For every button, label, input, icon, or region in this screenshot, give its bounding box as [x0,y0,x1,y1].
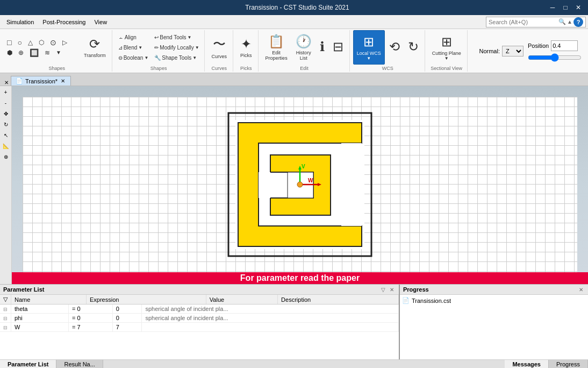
curves-button[interactable]: 〜 Curves [208,30,231,65]
shape-btn-more[interactable]: ▼ [53,48,64,58]
help-button[interactable]: ? [573,17,583,27]
picks-icon: ✦ [241,37,252,52]
param-val-3[interactable]: 7 [112,323,142,332]
title-bar: Transission - CST Studio Suite 2021 ─ □ … [0,0,588,15]
align-icon: ⫠ [118,34,124,40]
svg-text:W: W [308,178,313,183]
wcs-arrow: ▼ [367,56,371,61]
param-scroll[interactable]: ⊟ theta = 0 0 spherical angle of inciden… [0,305,399,348]
transform-label: Transform [84,53,106,58]
edit-properties-button[interactable]: 📋 EditProperties [262,30,291,65]
progress-title: Progress [403,286,429,293]
col-expression: Expression [86,295,206,305]
align-button[interactable]: ⫠ Align [116,32,152,42]
edit-info-button[interactable]: ℹ [316,30,328,65]
param-expr-1[interactable]: = 0 [69,305,113,314]
shape-btn-10[interactable]: ≋ [42,48,53,58]
close-button[interactable]: ✕ [573,2,584,13]
param-filter-btn[interactable]: ▽ [379,286,387,293]
menu-simulation[interactable]: Simulation [2,15,38,29]
wcs-btn-3[interactable]: ↻ [404,30,422,65]
shape-btn-9[interactable]: 🔲 [27,48,41,58]
search-input[interactable] [489,19,558,25]
normal-select[interactable]: Z X Y [502,46,524,56]
toolbar-snap[interactable]: ⊕ [1,152,11,161]
menu-post-processing[interactable]: Post-Processing [38,15,90,29]
col-value: Value [206,295,277,305]
toolbar-select[interactable]: ↖ [1,130,11,140]
shape-btn-8[interactable]: ⊕ [16,48,26,58]
bottom-tab-result-na[interactable]: Result Na... [56,360,103,368]
cutting-plane-button[interactable]: ⊞ Cutting Plane ▼ [428,30,465,65]
blend-button[interactable]: ⊿ Blend ▼ [116,43,152,52]
param-expr-3[interactable]: = 7 [69,323,113,332]
svg-rect-9 [341,143,362,226]
toolbar-measure[interactable]: 📐 [1,141,11,151]
progress-close-btn[interactable]: ✕ [577,286,585,293]
left-toolbar: + - ✥ ↻ ↖ 📐 ⊕ [0,86,12,284]
search-bar[interactable]: 🔍 ▲ ? [486,17,586,27]
bottom-tab-progress[interactable]: Progress [549,360,588,368]
param-val-2[interactable]: 0 [112,314,142,323]
bottom-tab-param-list[interactable]: Parameter List [0,360,56,368]
param-name-3[interactable]: W [11,323,69,332]
position-input[interactable] [551,40,578,51]
svg-text:V: V [302,164,305,169]
info-icon: ℹ [320,39,325,54]
param-val-1[interactable]: 0 [112,305,142,314]
progress-header: Progress ✕ [400,285,588,295]
normal-label: Normal: [479,48,500,54]
shape-btn-1[interactable]: □ [4,38,14,47]
shape-btn-7[interactable]: ⬢ [4,48,15,58]
curves-label: Curves [212,54,227,59]
maximize-button[interactable]: □ [560,2,571,13]
boolean-icon: ⊖ [118,55,123,61]
ribbon: □ ○ △ ⬡ ⊙ ▷ ⬢ ⊕ 🔲 ≋ ▼ ⟳ [0,29,588,73]
shape-btn-5[interactable]: ⊙ [47,38,59,47]
toolbar-pan[interactable]: ✥ [1,109,11,118]
bottom-tabs-bar: Parameter List Result Na... Messages Pro… [0,359,588,368]
bend-tools-button[interactable]: ↩ Bend Tools ▼ [152,32,202,42]
toolbar-zoom-in[interactable]: + [1,87,11,97]
bend-icon: ↩ [154,34,159,40]
shape-tools-button[interactable]: 🔧 Shape Tools ▼ [152,53,202,62]
modify-locally-button[interactable]: ✏ Modify Locally ▼ [152,43,202,52]
toolbar-zoom-out[interactable]: - [1,98,11,108]
shape-btn-2[interactable]: ○ [15,38,24,47]
picks-group: ✦ Picks Picks [234,30,259,72]
menu-view[interactable]: View [90,15,111,29]
shape-tools-arrow: ▼ [192,55,197,60]
close-doc-tab[interactable]: ✕ [60,78,66,84]
param-bottom-tabs: Parameter List Result Na... [0,360,103,368]
col-description: Description [278,295,399,305]
param-name-2[interactable]: phi [11,314,69,323]
history-list-button[interactable]: 🕐 HistoryList [292,30,315,65]
history-icon: 🕐 [296,34,312,49]
param-close-btn[interactable]: ✕ [388,286,396,293]
wcs-btn-2[interactable]: ⟲ [385,30,404,65]
local-wcs-button[interactable]: ⊞ Local WCS ▼ [353,30,385,65]
position-slider[interactable] [528,53,582,62]
param-expr-2[interactable]: = 0 [69,314,113,323]
transform-button[interactable]: ⟳ Transform [80,30,110,65]
picks-button[interactable]: ✦ Picks [236,30,256,65]
shape-btn-4[interactable]: ⬡ [36,38,47,47]
document-tab[interactable]: 📄 Transission* ✕ [11,76,71,86]
boolean-button[interactable]: ⊖ Boolean ▼ [116,53,152,62]
bottom-tab-messages[interactable]: Messages [505,360,549,368]
toolbar-rotate[interactable]: ↻ [1,119,11,129]
wcs2-icon: ⟲ [389,39,400,54]
canvas-area[interactable]: V W 3D Schematic For parameter read the … [12,86,588,284]
shape-btn-6[interactable]: ▷ [60,38,70,47]
edit-more-button[interactable]: ⊟ [329,30,347,65]
cutting-plane-arrow: ▼ [444,56,449,61]
transform-icon: ⟳ [89,37,100,52]
search-expand-btn[interactable]: ▲ [566,18,573,26]
sectional-view-group: ⊞ Cutting Plane ▼ Sectional View [426,30,468,72]
tooltip-banner: For parameter read the paper [12,272,588,284]
param-name-1[interactable]: theta [11,305,69,314]
minimize-button[interactable]: ─ [547,2,558,13]
modify-arrow: ▼ [195,45,199,50]
close-panel-btn[interactable]: ✕ [2,80,11,86]
shape-btn-3[interactable]: △ [25,38,35,47]
